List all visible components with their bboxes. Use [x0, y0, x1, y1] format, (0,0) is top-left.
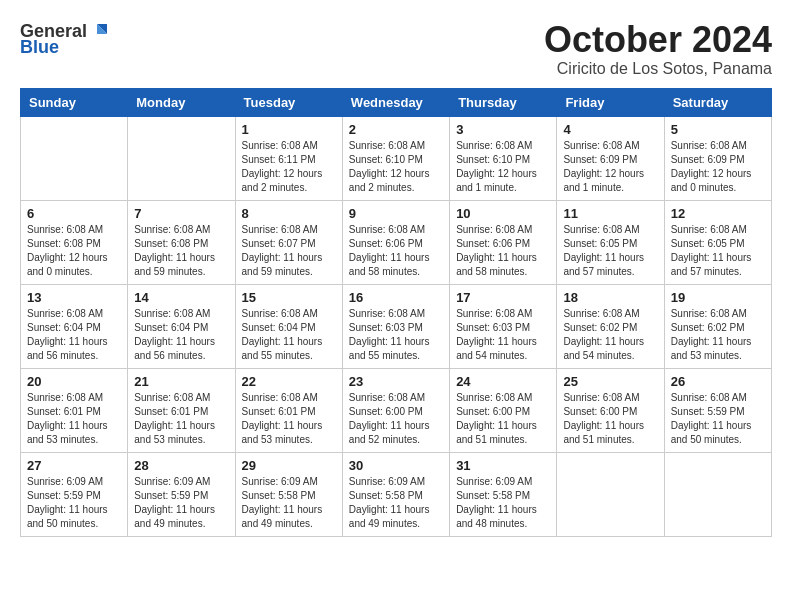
day-of-week-header: Thursday: [450, 88, 557, 116]
day-number: 27: [27, 458, 121, 473]
logo: General Blue: [20, 20, 111, 56]
calendar-day-cell: 7Sunrise: 6:08 AM Sunset: 6:08 PM Daylig…: [128, 200, 235, 284]
calendar-day-cell: 29Sunrise: 6:09 AM Sunset: 5:58 PM Dayli…: [235, 452, 342, 536]
day-of-week-header: Sunday: [21, 88, 128, 116]
day-info: Sunrise: 6:09 AM Sunset: 5:59 PM Dayligh…: [27, 475, 121, 531]
calendar-day-cell: 13Sunrise: 6:08 AM Sunset: 6:04 PM Dayli…: [21, 284, 128, 368]
day-info: Sunrise: 6:08 AM Sunset: 6:03 PM Dayligh…: [456, 307, 550, 363]
day-number: 3: [456, 122, 550, 137]
calendar-day-cell: 31Sunrise: 6:09 AM Sunset: 5:58 PM Dayli…: [450, 452, 557, 536]
calendar-week-row: 20Sunrise: 6:08 AM Sunset: 6:01 PM Dayli…: [21, 368, 772, 452]
calendar-day-cell: 30Sunrise: 6:09 AM Sunset: 5:58 PM Dayli…: [342, 452, 449, 536]
day-number: 2: [349, 122, 443, 137]
day-info: Sunrise: 6:08 AM Sunset: 6:01 PM Dayligh…: [242, 391, 336, 447]
calendar-day-cell: 5Sunrise: 6:08 AM Sunset: 6:09 PM Daylig…: [664, 116, 771, 200]
calendar-day-cell: 14Sunrise: 6:08 AM Sunset: 6:04 PM Dayli…: [128, 284, 235, 368]
calendar-week-row: 13Sunrise: 6:08 AM Sunset: 6:04 PM Dayli…: [21, 284, 772, 368]
calendar-day-cell: 18Sunrise: 6:08 AM Sunset: 6:02 PM Dayli…: [557, 284, 664, 368]
day-number: 22: [242, 374, 336, 389]
day-of-week-header: Wednesday: [342, 88, 449, 116]
title-block: October 2024 Ciricito de Los Sotos, Pana…: [544, 20, 772, 78]
day-info: Sunrise: 6:08 AM Sunset: 6:00 PM Dayligh…: [349, 391, 443, 447]
day-info: Sunrise: 6:08 AM Sunset: 6:04 PM Dayligh…: [242, 307, 336, 363]
day-number: 14: [134, 290, 228, 305]
day-number: 6: [27, 206, 121, 221]
calendar-day-cell: 8Sunrise: 6:08 AM Sunset: 6:07 PM Daylig…: [235, 200, 342, 284]
calendar-day-cell: 1Sunrise: 6:08 AM Sunset: 6:11 PM Daylig…: [235, 116, 342, 200]
calendar-day-cell: 17Sunrise: 6:08 AM Sunset: 6:03 PM Dayli…: [450, 284, 557, 368]
calendar-day-cell: 12Sunrise: 6:08 AM Sunset: 6:05 PM Dayli…: [664, 200, 771, 284]
calendar-week-row: 6Sunrise: 6:08 AM Sunset: 6:08 PM Daylig…: [21, 200, 772, 284]
calendar-day-cell: 4Sunrise: 6:08 AM Sunset: 6:09 PM Daylig…: [557, 116, 664, 200]
calendar-day-cell: [664, 452, 771, 536]
day-number: 10: [456, 206, 550, 221]
day-info: Sunrise: 6:08 AM Sunset: 6:11 PM Dayligh…: [242, 139, 336, 195]
day-info: Sunrise: 6:08 AM Sunset: 6:10 PM Dayligh…: [456, 139, 550, 195]
logo-icon: [89, 20, 111, 42]
calendar-day-cell: 16Sunrise: 6:08 AM Sunset: 6:03 PM Dayli…: [342, 284, 449, 368]
day-number: 1: [242, 122, 336, 137]
day-info: Sunrise: 6:09 AM Sunset: 5:58 PM Dayligh…: [349, 475, 443, 531]
day-info: Sunrise: 6:08 AM Sunset: 6:04 PM Dayligh…: [27, 307, 121, 363]
calendar-day-cell: 28Sunrise: 6:09 AM Sunset: 5:59 PM Dayli…: [128, 452, 235, 536]
page-header: General Blue October 2024 Ciricito de Lo…: [20, 20, 772, 78]
day-of-week-header: Tuesday: [235, 88, 342, 116]
day-number: 8: [242, 206, 336, 221]
calendar-day-cell: [21, 116, 128, 200]
calendar-day-cell: 27Sunrise: 6:09 AM Sunset: 5:59 PM Dayli…: [21, 452, 128, 536]
day-number: 25: [563, 374, 657, 389]
calendar-day-cell: 25Sunrise: 6:08 AM Sunset: 6:00 PM Dayli…: [557, 368, 664, 452]
day-info: Sunrise: 6:08 AM Sunset: 6:00 PM Dayligh…: [563, 391, 657, 447]
day-info: Sunrise: 6:08 AM Sunset: 6:08 PM Dayligh…: [134, 223, 228, 279]
day-number: 24: [456, 374, 550, 389]
location-title: Ciricito de Los Sotos, Panama: [544, 60, 772, 78]
day-number: 17: [456, 290, 550, 305]
calendar-day-cell: 11Sunrise: 6:08 AM Sunset: 6:05 PM Dayli…: [557, 200, 664, 284]
day-number: 5: [671, 122, 765, 137]
day-of-week-header: Saturday: [664, 88, 771, 116]
calendar-day-cell: 2Sunrise: 6:08 AM Sunset: 6:10 PM Daylig…: [342, 116, 449, 200]
day-number: 4: [563, 122, 657, 137]
day-info: Sunrise: 6:08 AM Sunset: 6:10 PM Dayligh…: [349, 139, 443, 195]
calendar-header-row: SundayMondayTuesdayWednesdayThursdayFrid…: [21, 88, 772, 116]
day-info: Sunrise: 6:08 AM Sunset: 6:04 PM Dayligh…: [134, 307, 228, 363]
day-number: 19: [671, 290, 765, 305]
day-info: Sunrise: 6:08 AM Sunset: 6:07 PM Dayligh…: [242, 223, 336, 279]
calendar-day-cell: 10Sunrise: 6:08 AM Sunset: 6:06 PM Dayli…: [450, 200, 557, 284]
day-info: Sunrise: 6:08 AM Sunset: 6:06 PM Dayligh…: [349, 223, 443, 279]
day-info: Sunrise: 6:08 AM Sunset: 6:00 PM Dayligh…: [456, 391, 550, 447]
calendar-day-cell: 26Sunrise: 6:08 AM Sunset: 5:59 PM Dayli…: [664, 368, 771, 452]
day-number: 12: [671, 206, 765, 221]
day-info: Sunrise: 6:08 AM Sunset: 6:02 PM Dayligh…: [671, 307, 765, 363]
day-info: Sunrise: 6:08 AM Sunset: 6:08 PM Dayligh…: [27, 223, 121, 279]
day-number: 18: [563, 290, 657, 305]
day-info: Sunrise: 6:08 AM Sunset: 5:59 PM Dayligh…: [671, 391, 765, 447]
day-number: 13: [27, 290, 121, 305]
day-info: Sunrise: 6:08 AM Sunset: 6:05 PM Dayligh…: [563, 223, 657, 279]
day-number: 16: [349, 290, 443, 305]
calendar-day-cell: 21Sunrise: 6:08 AM Sunset: 6:01 PM Dayli…: [128, 368, 235, 452]
day-of-week-header: Friday: [557, 88, 664, 116]
day-info: Sunrise: 6:08 AM Sunset: 6:05 PM Dayligh…: [671, 223, 765, 279]
day-info: Sunrise: 6:08 AM Sunset: 6:06 PM Dayligh…: [456, 223, 550, 279]
day-number: 26: [671, 374, 765, 389]
calendar-day-cell: 15Sunrise: 6:08 AM Sunset: 6:04 PM Dayli…: [235, 284, 342, 368]
day-number: 23: [349, 374, 443, 389]
day-info: Sunrise: 6:08 AM Sunset: 6:01 PM Dayligh…: [27, 391, 121, 447]
calendar-day-cell: [557, 452, 664, 536]
calendar-table: SundayMondayTuesdayWednesdayThursdayFrid…: [20, 88, 772, 537]
calendar-week-row: 1Sunrise: 6:08 AM Sunset: 6:11 PM Daylig…: [21, 116, 772, 200]
day-number: 9: [349, 206, 443, 221]
day-info: Sunrise: 6:08 AM Sunset: 6:09 PM Dayligh…: [563, 139, 657, 195]
calendar-week-row: 27Sunrise: 6:09 AM Sunset: 5:59 PM Dayli…: [21, 452, 772, 536]
day-number: 29: [242, 458, 336, 473]
day-info: Sunrise: 6:08 AM Sunset: 6:03 PM Dayligh…: [349, 307, 443, 363]
day-info: Sunrise: 6:08 AM Sunset: 6:09 PM Dayligh…: [671, 139, 765, 195]
day-number: 28: [134, 458, 228, 473]
calendar-day-cell: 3Sunrise: 6:08 AM Sunset: 6:10 PM Daylig…: [450, 116, 557, 200]
day-number: 15: [242, 290, 336, 305]
calendar-day-cell: 6Sunrise: 6:08 AM Sunset: 6:08 PM Daylig…: [21, 200, 128, 284]
calendar-day-cell: 19Sunrise: 6:08 AM Sunset: 6:02 PM Dayli…: [664, 284, 771, 368]
calendar-day-cell: 20Sunrise: 6:08 AM Sunset: 6:01 PM Dayli…: [21, 368, 128, 452]
day-number: 7: [134, 206, 228, 221]
